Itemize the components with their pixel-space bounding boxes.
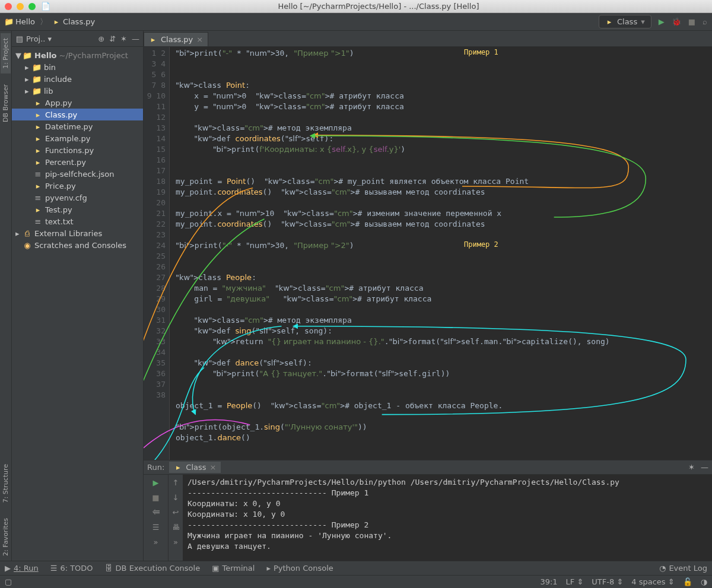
search-icon[interactable]: ⌕ <box>703 17 707 26</box>
line-separator[interactable]: LF ⇕ <box>566 577 584 586</box>
python-icon: ▸ <box>33 98 43 107</box>
run-button[interactable]: ▶ <box>659 17 665 26</box>
hide-icon[interactable]: — <box>132 34 139 43</box>
close-tab-icon[interactable]: × <box>210 463 217 472</box>
folder-icon: 📁 <box>32 62 42 72</box>
more-button[interactable]: » <box>154 538 158 546</box>
todo-icon: ☰ <box>50 564 58 573</box>
soft-wrap-icon[interactable]: ↩ <box>173 508 179 517</box>
breadcrumb-file: Class.py <box>63 17 95 26</box>
folder-icon: 📁 <box>23 50 32 60</box>
zoom-icon[interactable] <box>28 3 36 10</box>
gutter[interactable]: 1 2 3 4 5 6 7 8 9 10 11 12 13 14 15 16 1… <box>144 47 170 460</box>
tool-event-log[interactable]: ◔Event Log <box>659 564 707 573</box>
editor-tabs: ▸ Class.py × <box>144 31 712 47</box>
tree-file[interactable]: ▸Example.py <box>12 132 143 144</box>
tree-file[interactable]: ▸Percent.py <box>12 156 143 168</box>
exit-button[interactable]: ⭅ <box>152 508 160 517</box>
tree-file[interactable]: ▸Test.py <box>12 204 143 215</box>
breadcrumb[interactable]: 📁 Hello 〉 ▸ Class.py <box>5 17 95 27</box>
tool-python-console[interactable]: ▸Python Console <box>266 564 333 573</box>
collapse-icon[interactable]: ⇵ <box>109 34 116 43</box>
tree-root[interactable]: ▼📁 Hello ~/PycharmProject <box>12 49 143 61</box>
inspection-icon[interactable]: ◑ <box>701 577 707 586</box>
python-icon: ▸ <box>33 181 43 190</box>
tree-file[interactable]: ▸Functions.py <box>12 144 143 156</box>
db-icon: 🗄 <box>105 564 113 573</box>
tree-folder[interactable]: ▸📁lib <box>12 85 143 97</box>
gear-icon[interactable]: ✶ <box>120 34 127 43</box>
minimize-icon[interactable] <box>17 3 24 10</box>
close-tab-icon[interactable]: × <box>196 35 203 44</box>
annotation-1: Пример 1 <box>464 48 498 56</box>
root-path: ~/PycharmProject <box>59 51 128 60</box>
close-icon[interactable] <box>5 3 12 10</box>
python-icon: ▸ <box>52 18 61 26</box>
breadcrumb-project: Hello <box>15 17 35 26</box>
target-icon[interactable]: ⊕ <box>98 34 104 43</box>
tab-favorites[interactable]: 2: Favorites <box>1 513 11 561</box>
project-icon: ▤ <box>15 34 24 43</box>
bottom-tools: ▶4: Run ☰6: TODO 🗄DB Execution Console ▣… <box>0 561 712 575</box>
tree-file[interactable]: ▸Price.py <box>12 180 143 192</box>
run-config-selector[interactable]: ▸ Class ▾ <box>599 15 651 28</box>
tool-db[interactable]: 🗄DB Execution Console <box>105 564 201 573</box>
annotation-2: Пример 2 <box>464 240 498 249</box>
left-toolwindow-tabs: 1: Project DB Browser 7: Structure 2: Fa… <box>0 31 12 561</box>
statusbar: ▢ 39:1 LF ⇕ UTF-8 ⇕ 4 spaces ⇕ 🔓 ◑ <box>0 575 712 588</box>
tree-file[interactable]: ▸App.py <box>12 97 143 109</box>
window-title: Hello [~/PycharmProjects/Hello] - .../Cl… <box>50 2 707 11</box>
lock-icon[interactable]: 🔓 <box>683 577 692 586</box>
traffic-lights <box>5 3 36 10</box>
more-button[interactable]: » <box>173 538 178 546</box>
python-icon: ▸ <box>33 145 43 155</box>
tree-scratches[interactable]: ◉Scratches and Consoles <box>12 239 143 251</box>
python-icon: ▸ <box>33 122 43 131</box>
tab-project[interactable]: 1: Project <box>1 33 11 74</box>
run-toolbar: ▶ ■ ⭅ ☰ » <box>144 475 169 561</box>
filters-button[interactable]: ☰ <box>152 523 160 532</box>
indent[interactable]: 4 spaces ⇕ <box>631 577 674 586</box>
tree-folder[interactable]: ▸📁bin <box>12 61 143 73</box>
tree-folder[interactable]: ▸📁include <box>12 73 143 85</box>
down-icon[interactable]: ↓ <box>173 493 179 502</box>
tree-file[interactable]: ≡pyvenv.cfg <box>12 192 143 204</box>
rerun-button[interactable]: ▶ <box>153 478 159 487</box>
python-icon: ▸ <box>605 18 614 26</box>
tree-file[interactable]: ≡pip-selfcheck.json <box>12 168 143 180</box>
tab-structure[interactable]: 7: Structure <box>1 459 11 507</box>
gear-icon[interactable]: ✶ <box>688 463 695 472</box>
print-icon[interactable]: 🖶 <box>172 523 180 532</box>
up-icon[interactable]: ↑ <box>173 478 179 487</box>
encoding[interactable]: UTF-8 ⇕ <box>592 577 623 586</box>
run-icon: ▶ <box>5 564 11 573</box>
editor-area[interactable]: 1 2 3 4 5 6 7 8 9 10 11 12 13 14 15 16 1… <box>144 47 712 460</box>
tool-terminal[interactable]: ▣Terminal <box>212 564 255 573</box>
stop-button[interactable]: ■ <box>152 493 159 502</box>
scratch-icon: ◉ <box>23 240 32 250</box>
tree-external-libs[interactable]: ▸⎙External Libraries <box>12 227 143 239</box>
folder-icon: 📁 <box>5 18 13 26</box>
tree-file[interactable]: ≡text.txt <box>12 215 143 227</box>
run-panel-body: ▶ ■ ⭅ ☰ » ↑ ↓ ↩ 🖶 » /Users/dmitriy/Pycha… <box>144 475 712 561</box>
console-output[interactable]: /Users/dmitriy/PycharmProjects/Hello/bin… <box>183 475 712 561</box>
hide-icon[interactable]: — <box>701 463 708 472</box>
project-tree[interactable]: ▼📁 Hello ~/PycharmProject ▸📁bin ▸📁includ… <box>12 47 143 561</box>
project-panel: ▤Proj..▾ ⊕ ⇵ ✶ — ▼📁 Hello ~/PycharmProje… <box>12 31 144 561</box>
debug-button[interactable]: 🐞 <box>672 17 681 26</box>
editor-tab-active[interactable]: ▸ Class.py × <box>144 32 208 46</box>
tool-run[interactable]: ▶4: Run <box>5 564 39 573</box>
app-icon: 📄 <box>42 2 50 11</box>
tool-todo[interactable]: ☰6: TODO <box>50 564 93 573</box>
library-icon: ⎙ <box>23 228 32 238</box>
chevron-down-icon: ▾ <box>641 17 645 26</box>
cursor-position[interactable]: 39:1 <box>540 577 557 586</box>
tree-file-selected[interactable]: ▸Class.py <box>12 109 143 120</box>
tree-file[interactable]: ▸Datetime.py <box>12 120 143 132</box>
run-panel-tab[interactable]: ▸ Class × <box>169 462 221 473</box>
status-toggle-icon[interactable]: ▢ <box>5 577 12 586</box>
code[interactable]: "bi">print("-" * "num">30, "Пример ">1")… <box>170 47 712 460</box>
tab-db-browser[interactable]: DB Browser <box>1 80 11 127</box>
stop-button[interactable]: ■ <box>688 17 695 26</box>
project-panel-head: ▤Proj..▾ ⊕ ⇵ ✶ — <box>12 31 143 47</box>
